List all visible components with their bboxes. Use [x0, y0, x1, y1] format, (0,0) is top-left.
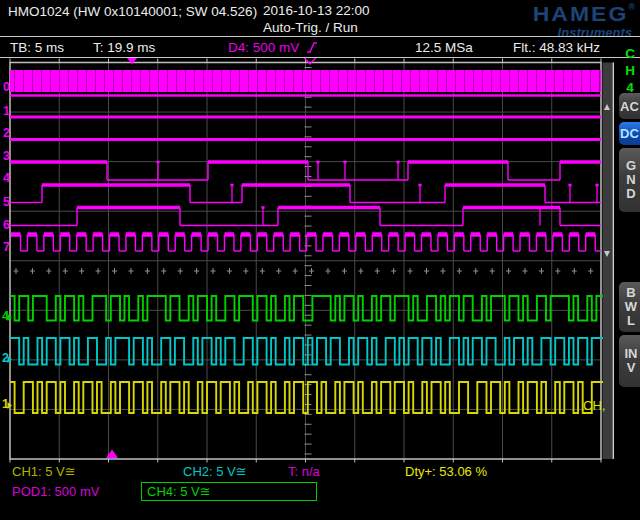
brand-subtext: Instruments — [533, 26, 635, 39]
brand-text: HAMEG — [533, 4, 629, 24]
digital-channel-label-6: 6 — [3, 218, 10, 232]
duty-cycle-readout: Dty+: 53.06 % — [405, 464, 487, 479]
analog-trace-ch4 — [10, 296, 603, 321]
registered-mark: ® — [628, 2, 635, 12]
ch4-readout-box: CH4: 5 V≅ — [141, 482, 317, 501]
digital-channel-label-0: 0 — [3, 80, 10, 94]
trigger-source-text: D4: 500 mV — [228, 40, 299, 55]
coupling-dc-button[interactable]: DC — [619, 122, 640, 145]
gnd-button[interactable]: GND — [619, 148, 640, 212]
rising-edge-icon — [306, 41, 318, 54]
hameg-logo: HAMEG® Instruments — [533, 3, 635, 39]
samplerate-readout: 12.5 MSa — [415, 40, 473, 55]
clipped-channel-label: CH, — [583, 398, 605, 413]
trigger-time-readout: T: 19.9 ms — [93, 40, 155, 55]
pod1-readout: POD1: 500 mV — [12, 484, 99, 499]
digital-channel-label-3: 3 — [3, 149, 10, 163]
digital-channel-label-1: 1 — [3, 104, 10, 118]
trigger-source-readout: D4: 500 mV — [228, 40, 318, 55]
filter-readout: Flt.: 48.83 kHz — [513, 40, 600, 55]
digital-channel-label-4: 4 — [3, 171, 10, 185]
waveform-display: 01234567421CH, — [0, 0, 640, 520]
ch1-readout: CH1: 5 V≅ — [12, 464, 76, 479]
datetime: 2016-10-13 22:00 — [263, 3, 370, 18]
timebase-readout: TB: 5 ms — [10, 40, 64, 55]
digital-channel-label-2: 2 — [3, 126, 10, 140]
header-separator — [0, 36, 640, 37]
bwl-button[interactable]: BWL — [619, 282, 640, 332]
sidebar-channel-label: CH4 — [623, 45, 637, 96]
ch4-readout: CH4: 5 V≅ — [147, 484, 211, 499]
digital-trace-d0-band — [10, 70, 601, 92]
device-title: HMO1024 (HW 0x10140001; SW 04.526) — [8, 4, 257, 19]
analog-trace-ch2 — [10, 338, 603, 365]
coupling-ac-button[interactable]: AC — [619, 93, 640, 119]
statusbar-separator — [0, 57, 640, 58]
digital-channel-label-5: 5 — [3, 195, 10, 209]
digital-trace-comb — [11, 235, 601, 252]
trigger-freq-readout: T: n/a — [288, 464, 320, 479]
digital-channel-label-7: 7 — [3, 240, 10, 254]
oscilloscope-screen: 01234567421CH, HMO1024 (HW 0x10140001; S… — [0, 0, 640, 520]
trigger-status: Auto-Trig. / Run — [263, 20, 358, 35]
trigger-time-marker-bottom — [106, 450, 118, 459]
analog-trace-ch1 — [10, 382, 603, 413]
inv-button[interactable]: INV — [619, 335, 640, 387]
trigger-time-marker-top — [127, 58, 137, 65]
ch2-readout: CH2: 5 V≅ — [183, 464, 247, 479]
